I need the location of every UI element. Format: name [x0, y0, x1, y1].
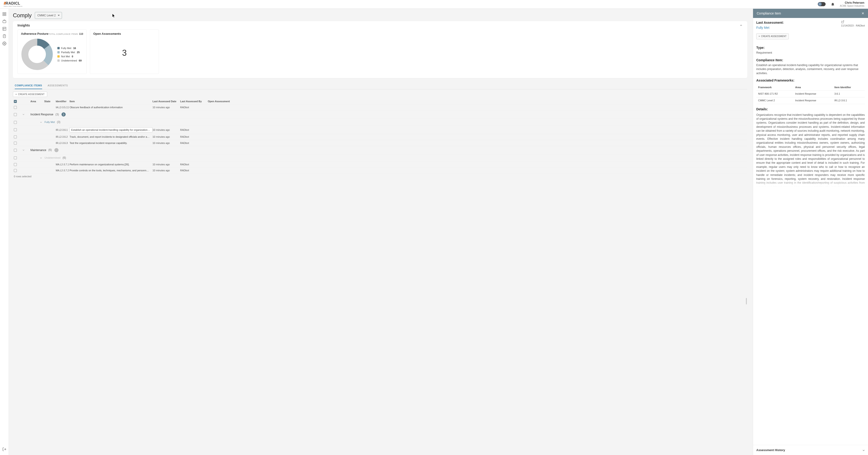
- collapse-icon[interactable]: [740, 24, 743, 27]
- open-assessments-count: 3: [93, 35, 155, 70]
- table-row[interactable]: IR.L2-3.6.1 Establish an operational inc…: [13, 126, 747, 134]
- chevron-down-icon[interactable]: [40, 157, 42, 159]
- rows-selected-footer: 0 rows selected: [13, 174, 747, 179]
- plus-icon: +: [758, 35, 760, 38]
- col-state[interactable]: State: [44, 100, 56, 103]
- group-checkbox[interactable]: [14, 156, 17, 159]
- open-assessments-card: Open Assessments 3: [90, 30, 159, 74]
- svg-point-9: [4, 43, 5, 44]
- row-checkbox[interactable]: [14, 141, 17, 144]
- chevron-down-icon[interactable]: [22, 113, 25, 116]
- col-last-date[interactable]: Last Assessed Date: [153, 100, 180, 103]
- table-row[interactable]: MA.L2-3.7.2 Provide controls on the tool…: [13, 168, 747, 174]
- left-nav-rail: [0, 9, 9, 455]
- close-icon[interactable]: ✕: [862, 11, 864, 15]
- row-checkbox[interactable]: [14, 135, 17, 138]
- compliance-item-panel: Compliance Item ✕ Last Assessment: Fully…: [753, 9, 868, 455]
- select-all-checkbox[interactable]: [14, 100, 17, 103]
- table-row: CMMC Level 2 Incident Response IR.L2-3.6…: [756, 97, 865, 104]
- group-maintenance[interactable]: Maintenance (6): [13, 146, 747, 154]
- group-checkbox[interactable]: [14, 113, 17, 116]
- table-row[interactable]: IA.L2-3.5.11 Obscure feedback of authent…: [13, 104, 747, 111]
- svg-rect-3: [5, 14, 6, 15]
- user-menu[interactable]: Chris Petersen ACME Space Industries: [840, 1, 864, 7]
- col-open[interactable]: Open Assessment: [208, 100, 236, 103]
- create-assessment-button[interactable]: + CREATE ASSESSMENT: [13, 92, 47, 97]
- panel-title: Compliance Item: [757, 11, 781, 15]
- adherence-posture-card: Adherence Posture TOTAL COMPLIANCE ITEMS…: [18, 30, 87, 74]
- assessment-history-toggle[interactable]: Assessment History: [753, 445, 868, 455]
- tab-compliance-items[interactable]: COMPLIANCE ITEMS: [15, 82, 42, 89]
- chevron-down-icon[interactable]: [22, 149, 25, 152]
- posture-title: Adherence Posture: [21, 32, 49, 35]
- row-checkbox[interactable]: [14, 128, 17, 131]
- type-label: Type:: [756, 45, 865, 50]
- state-undetermined[interactable]: Undetermined (6): [13, 154, 747, 161]
- table-row[interactable]: IR.L2-3.6.3 Test the organizational inci…: [13, 140, 747, 146]
- table-row[interactable]: MA.L2-3.7.1 Perform maintenance on organ…: [13, 161, 747, 168]
- sun-icon: ☀: [818, 2, 822, 6]
- type-value: Requirement: [756, 51, 865, 55]
- page-title: Comply: [13, 12, 32, 19]
- frameworks-table: Framework Area Item Identifier NIST 800-…: [756, 84, 865, 104]
- svg-rect-2: [3, 14, 4, 15]
- svg-rect-0: [3, 12, 4, 13]
- briefcase-icon[interactable]: [2, 19, 6, 24]
- panel-create-assessment-button[interactable]: + CREATE ASSESSMENT: [756, 33, 789, 40]
- scroll-thumb[interactable]: [746, 298, 747, 304]
- open-external-icon[interactable]: [841, 20, 844, 24]
- last-assessment-value: Fully Met: [756, 25, 784, 30]
- badge-count: 3: [62, 112, 66, 117]
- logo[interactable]: ///RADICL Nation State Threat Defense: [4, 2, 22, 7]
- insights-title: Insights: [18, 24, 30, 27]
- group-checkbox[interactable]: [14, 149, 17, 152]
- dashboard-icon[interactable]: [2, 12, 6, 16]
- compliance-items-table: Area State Identifier Item Last Assessed…: [13, 98, 747, 455]
- group-checkbox[interactable]: [14, 121, 17, 124]
- svg-point-15: [29, 46, 45, 62]
- tabs-row: COMPLIANCE ITEMS ASSESSMENTS: [13, 82, 747, 89]
- top-header: ///RADICL Nation State Threat Defense ☀ …: [0, 0, 868, 9]
- table-row: NIST 800-171 R2 Incident Response 3.6.1: [756, 91, 865, 97]
- total-compliance-items: TOTAL COMPLIANCE ITEMS: 110: [49, 33, 83, 35]
- col-last-by[interactable]: Last Assessed By: [180, 100, 208, 103]
- row-checkbox[interactable]: [14, 163, 17, 166]
- last-assessment-label: Last Assessment:: [756, 20, 784, 25]
- col-identifier[interactable]: Identifier: [56, 100, 69, 103]
- tab-assessments[interactable]: ASSESSMENTS: [48, 82, 68, 89]
- layout-icon[interactable]: [2, 27, 6, 31]
- donut-chart: [21, 38, 53, 70]
- settings-icon[interactable]: [2, 41, 6, 45]
- chevron-down-icon[interactable]: [40, 121, 42, 124]
- clipboard-icon[interactable]: [2, 34, 6, 38]
- svg-rect-1: [5, 12, 6, 13]
- theme-toggle[interactable]: ☀: [818, 2, 826, 6]
- svg-rect-4: [3, 21, 6, 23]
- open-assessments-title: Open Assessments: [93, 32, 155, 35]
- table-row[interactable]: IR.L2-3.6.2 Track, document, and report …: [13, 134, 747, 140]
- row-checkbox[interactable]: [14, 106, 17, 109]
- col-area[interactable]: Area: [30, 100, 44, 103]
- insights-panel: Insights Adherence Posture TOTAL COMPLIA…: [13, 21, 747, 78]
- row-checkbox[interactable]: [14, 169, 17, 172]
- level-select[interactable]: CMMC Level 2: [35, 12, 62, 19]
- group-incident-response[interactable]: Incident Response (3) 3: [13, 110, 747, 119]
- compliance-item-label: Compliance Item:: [756, 58, 865, 62]
- logout-icon[interactable]: [2, 447, 6, 451]
- state-fully-met[interactable]: Fully Met (3): [13, 119, 747, 126]
- chevron-down-icon: [862, 449, 865, 452]
- svg-line-16: [842, 21, 844, 22]
- frameworks-label: Associated Frameworks:: [756, 78, 865, 83]
- svg-rect-5: [3, 27, 6, 30]
- badge-count: [54, 148, 59, 152]
- details-label: Details:: [756, 107, 865, 111]
- plus-icon: +: [16, 93, 17, 96]
- compliance-item-text: Establish an operational incident-handli…: [756, 63, 865, 75]
- notifications-icon[interactable]: [831, 2, 835, 6]
- col-item[interactable]: Item: [69, 100, 153, 103]
- chart-legend: Fully Met16 Partially Met25 Not Met0 Und…: [57, 47, 82, 62]
- main-content: Comply CMMC Level 2 Insights Adherence P…: [9, 9, 753, 455]
- details-text: Organizations recognize that incident ha…: [756, 113, 865, 187]
- last-assessment-date: 11/14/2023 - RADbot: [841, 24, 865, 28]
